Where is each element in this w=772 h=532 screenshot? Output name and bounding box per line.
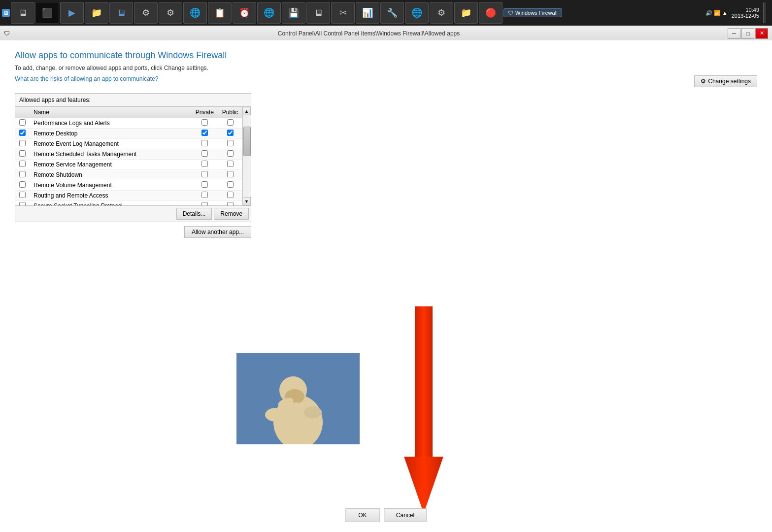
table-row: Remote Service Management [15, 160, 251, 170]
taskbar-btn-network[interactable]: 🌐 [183, 2, 207, 24]
row-private [192, 180, 218, 191]
table-row: Routing and Remote Access [15, 191, 251, 201]
row-checkbox[interactable] [19, 150, 26, 157]
taskbar-btn-clipboard[interactable]: 📋 [208, 2, 232, 24]
row-public-checkbox[interactable] [227, 140, 234, 146]
row-private-checkbox[interactable] [201, 181, 208, 188]
window-title-bar: 🛡 Control Panel\All Control Panel Items\… [0, 26, 772, 41]
taskbar-btn-computer[interactable]: 🖥 [11, 2, 34, 24]
taskbar: ⊞ 🖥 ⬛ ▶ 📁 🖥 ⚙ ⚙ 🌐 📋 ⏰ 🌐 💾 🖥 ✂ 📊 🔧 🌐 ⚙ 📁 … [0, 0, 772, 26]
row-checkbox[interactable] [19, 181, 26, 188]
show-desktop-btn[interactable] [763, 2, 766, 23]
row-private [192, 118, 218, 129]
row-checkbox[interactable] [19, 202, 26, 205]
row-private [192, 170, 218, 180]
row-public-checkbox[interactable] [227, 150, 234, 157]
row-public-checkbox[interactable] [227, 192, 234, 198]
window-controls: ─ □ ✕ [728, 28, 768, 39]
row-public [218, 160, 242, 170]
col-header-check [15, 107, 30, 118]
close-button[interactable]: ✕ [755, 28, 768, 39]
taskbar-btn-folder[interactable]: 📁 [454, 2, 478, 24]
system-clock: 10:49 2013-12-05 [732, 7, 759, 19]
row-private-checkbox[interactable] [201, 119, 208, 126]
ok-button[interactable]: OK [345, 508, 380, 522]
taskbar-btn-net2[interactable]: 🌐 [405, 2, 429, 24]
details-button[interactable]: Details... [176, 208, 212, 220]
row-checkbox[interactable] [19, 171, 26, 177]
taskbar-btn-red[interactable]: 🔴 [479, 2, 503, 24]
minimize-button[interactable]: ─ [728, 28, 740, 39]
apps-table: Name Private Public Performance Logs and… [15, 107, 251, 205]
row-private [192, 201, 218, 206]
row-private-checkbox[interactable] [201, 150, 208, 157]
taskbar-btn-storage[interactable]: 💾 [282, 2, 305, 24]
row-name: Remote Service Management [30, 160, 192, 170]
taskbar-btn-gear[interactable]: ⚙ [430, 2, 453, 24]
taskbar-btn-monitor[interactable]: 📊 [356, 2, 379, 24]
row-private-checkbox[interactable] [201, 202, 208, 205]
taskbar-btn-rdp[interactable]: 🖥 [109, 2, 133, 24]
col-header-public: Public [218, 107, 242, 118]
row-checkbox[interactable] [19, 161, 26, 167]
row-public-checkbox[interactable] [227, 171, 234, 177]
table-scrollbar[interactable]: ▲ ▼ [242, 107, 251, 205]
red-arrow-svg [404, 306, 443, 513]
allow-another-button[interactable]: Allow another app... [184, 226, 251, 238]
taskbar-active-window[interactable]: 🛡 Windows Firewall [503, 8, 562, 17]
clock-date: 2013-12-05 [732, 13, 759, 19]
taskbar-btn-clock[interactable]: ⏰ [233, 2, 256, 24]
table-buttons: Details... Remove [15, 205, 251, 222]
clock-time: 10:49 [732, 7, 759, 13]
row-public [218, 149, 242, 160]
row-checkbox[interactable] [19, 130, 26, 136]
row-checkbox-cell [15, 129, 30, 139]
risks-link[interactable]: What are the risks of allowing an app to… [15, 75, 158, 82]
row-private-checkbox[interactable] [201, 192, 208, 198]
tray-icons: 🔊 📶 ▲ [705, 10, 728, 16]
red-arrow [404, 306, 443, 513]
taskbar-btn-settings2[interactable]: ⚙ [159, 2, 182, 24]
content-row: What are the risks of allowing an app to… [15, 75, 757, 87]
row-private-checkbox[interactable] [201, 161, 208, 167]
row-private [192, 160, 218, 170]
remove-button[interactable]: Remove [214, 208, 249, 220]
table-row: Remote Desktop [15, 129, 251, 139]
row-public [218, 180, 242, 191]
change-settings-button[interactable]: ⚙ Change settings [694, 75, 757, 87]
row-private [192, 129, 218, 139]
row-private-checkbox[interactable] [201, 171, 208, 177]
scroll-down-button[interactable]: ▼ [242, 197, 251, 205]
row-public-checkbox[interactable] [227, 181, 234, 188]
taskbar-btn-display[interactable]: 🖥 [306, 2, 330, 24]
dialog-buttons: OK Cancel [345, 508, 427, 522]
taskbar-btn-settings[interactable]: ⚙ [134, 2, 158, 24]
scroll-up-button[interactable]: ▲ [242, 107, 251, 115]
taskbar-btn-explorer[interactable]: 📁 [85, 2, 108, 24]
svg-rect-8 [415, 306, 433, 459]
row-public-checkbox[interactable] [227, 161, 234, 167]
row-public-checkbox[interactable] [227, 119, 234, 126]
row-checkbox[interactable] [19, 140, 26, 146]
taskbar-btn-dev[interactable]: 🔧 [380, 2, 404, 24]
cancel-button[interactable]: Cancel [384, 508, 427, 522]
table-row: Performance Logs and Alerts [15, 118, 251, 129]
row-checkbox-cell [15, 201, 30, 206]
taskbar-btn-ps[interactable]: ▶ [60, 2, 84, 24]
maximize-button[interactable]: □ [741, 28, 754, 39]
scrollbar-thumb[interactable] [243, 127, 251, 156]
row-public-checkbox[interactable] [227, 130, 234, 136]
taskbar-btn-ie[interactable]: 🌐 [257, 2, 281, 24]
row-private-checkbox[interactable] [201, 130, 208, 136]
row-name: Routing and Remote Access [30, 191, 192, 201]
row-name: Remote Desktop [30, 129, 192, 139]
start-icon[interactable]: ⊞ [2, 9, 10, 17]
taskbar-btn-cmd[interactable]: ⬛ [35, 2, 59, 24]
taskbar-btn-snip[interactable]: ✂ [331, 2, 355, 24]
row-private-checkbox[interactable] [201, 140, 208, 146]
row-checkbox[interactable] [19, 192, 26, 198]
row-public [218, 129, 242, 139]
row-checkbox[interactable] [19, 119, 26, 126]
row-public-checkbox[interactable] [227, 202, 234, 205]
taskbar-window-icon: 🛡 [508, 10, 513, 16]
